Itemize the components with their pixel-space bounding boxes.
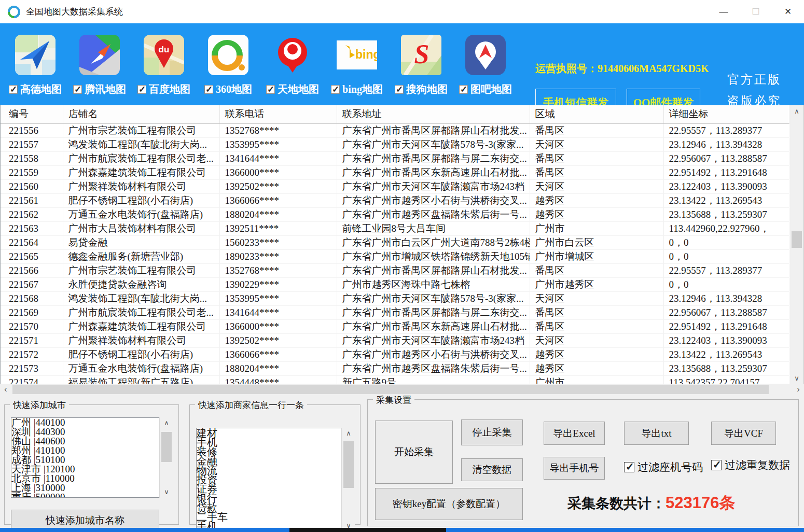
table-row[interactable]: 221559广州森嘉建筑装饰工程有限公司1366000****广东省广州市番禺区… (1, 165, 789, 179)
table-row[interactable]: 221573万通五金水电装饰行(盘福路店)1880204****广东省广州市越秀… (1, 361, 789, 375)
map-360-checkbox[interactable] (204, 85, 213, 94)
keyword-list-item[interactable]: 二手车 (197, 512, 354, 522)
table-row[interactable]: 221572肥仔不锈钢工程部(小石街店)1366066****广东省广州市越秀区… (1, 347, 789, 361)
vertical-scrollbar[interactable]: ∧ ∨ (790, 105, 803, 384)
table-cell: 广州市宗艺装饰工程有限公司 (63, 263, 219, 277)
table-cell: 0，0 (663, 249, 789, 263)
city-list-item[interactable]: 重庆 |500000 (11, 493, 172, 498)
scroll-down-icon[interactable]: ∨ (790, 372, 803, 384)
column-header[interactable]: 区域 (530, 105, 663, 123)
table-row[interactable]: 221562万通五金水电装饰行(盘福路店)1880204****广东省广州市越秀… (1, 207, 789, 221)
keyword-list-scrollbar[interactable]: ∧ ∨ (341, 428, 355, 531)
key-config-button[interactable]: 密钥key配置（参数配置） (375, 488, 523, 520)
column-header[interactable]: 详细坐标 (663, 105, 789, 123)
settings-panel: 采集设置 开始采集 停止采集 清空数据 密钥key配置（参数配置） 导出Exce… (367, 399, 799, 526)
table-cell: 22.951492，113.291648 (663, 319, 789, 333)
table-row[interactable]: 221574福易装饰工程部(新广五路店)1354448****新广五路9号广州市… (1, 375, 789, 384)
table-cell: 221560 (1, 179, 63, 193)
city-scroll-up-icon[interactable]: ∧ (160, 417, 173, 429)
sogou-map-icon: S (401, 35, 441, 75)
table-cell: 23.122403，113.390093 (663, 333, 789, 347)
column-header[interactable]: 店铺名 (63, 105, 219, 123)
column-header[interactable]: 编号 (1, 105, 63, 123)
table-row[interactable]: 221571广州聚祥装饰材料有限公司1392502****广东省广州市天河区车陂… (1, 333, 789, 347)
table-row[interactable]: 221569广州市航宸装饰工程有限公司老...1341644****广东省广州市… (1, 305, 789, 319)
table-cell: 永胜便捷贷款金融咨询 (63, 277, 219, 291)
table-cell: 23.135688，113.259307 (663, 361, 789, 375)
table-row[interactable]: 221558广州市航宸装饰工程有限公司老...1341644****广东省广州市… (1, 151, 789, 165)
filter-landline-checkbox[interactable] (624, 462, 634, 472)
maximize-button[interactable]: ☐ (740, 0, 772, 23)
table-row[interactable]: 221570广州森嘉建筑装饰工程有限公司1366000****广东省广州市番禺区… (1, 319, 789, 333)
keyword-list-item[interactable]: 物流 (197, 466, 354, 475)
tencent-map-checkbox[interactable] (73, 85, 82, 94)
table-row[interactable]: 221565德鑫金融服务(新塘营业部)1890233****广东省广州市增城区铁… (1, 249, 789, 263)
sogou-map-checkbox[interactable] (395, 85, 404, 94)
table-cell: 广东省广州市番禺区屏都路屏山石材批发... (337, 263, 530, 277)
keyword-list-item[interactable]: 银行 (197, 494, 354, 503)
table-cell: 广州森嘉建筑装饰工程有限公司 (63, 165, 219, 179)
tianditu-checkbox[interactable] (266, 85, 275, 94)
table-cell: 越秀区 (530, 347, 663, 361)
table-cell: 番禺区 (530, 263, 663, 277)
table-cell: 113.442960,22.927960， (663, 221, 789, 235)
table-cell: 221558 (1, 151, 63, 165)
keyword-list-item[interactable]: 证券 (197, 484, 354, 494)
table-cell: 221557 (1, 137, 63, 151)
scroll-right-icon[interactable]: › (793, 384, 804, 395)
table-row[interactable]: 221556广州市宗艺装饰工程有限公司1352768****广东省广州市番禺区屏… (1, 123, 789, 137)
baidu-map-checkbox[interactable] (137, 85, 146, 94)
keyword-list-item[interactable]: 建材 (197, 428, 354, 438)
column-header[interactable]: 联系电话 (219, 105, 337, 123)
table-cell: 221565 (1, 249, 63, 263)
keyword-panel: 快速添加商家信息一行一条 建材手机装修金融物流投资证券银行贷款二手车手机 ∧ ∨ (189, 404, 361, 525)
keyword-list-item[interactable]: 金融 (197, 456, 354, 466)
keyword-list-item[interactable]: 投资 (197, 475, 354, 484)
keyword-list-item[interactable]: 装修 (197, 447, 354, 456)
filter-duplicate-option[interactable]: 过滤重复数据 (711, 458, 790, 472)
city-panel-title: 快速添加城市 (10, 399, 69, 411)
column-header[interactable]: 联系地址 (337, 105, 530, 123)
filter-duplicate-checkbox[interactable] (711, 460, 722, 470)
scroll-left-icon[interactable]: ‹ (0, 384, 11, 395)
city-list-scrollbar[interactable]: ∧ ∨ (159, 417, 173, 498)
bing-map-checkbox[interactable] (331, 85, 340, 94)
keyword-scroll-thumb[interactable] (343, 441, 354, 488)
tuba-map-label: 图吧地图 (470, 82, 512, 96)
table-cell: 广东省广州市番禺区东新高速屏山石材批... (337, 319, 530, 333)
scroll-up-icon[interactable]: ∧ (790, 105, 803, 117)
start-collect-button[interactable]: 开始采集 (375, 421, 453, 484)
table-cell: 广州聚祥装饰材料有限公司 (63, 179, 219, 193)
keyword-list-item[interactable]: 手机 (197, 438, 354, 447)
tianditu-label: 天地地图 (278, 82, 319, 96)
close-button[interactable]: ✕ (772, 0, 804, 23)
table-cell: 广东省广州市番禺区屏都路屏山石材批发... (337, 123, 530, 137)
map-source-header: 高德地图 腾讯地图 (0, 23, 804, 105)
export-txt-button[interactable]: 导出txt (624, 422, 689, 445)
table-row[interactable]: 221561肥仔不锈钢工程部(小石街店)1366066****广东省广州市越秀区… (1, 193, 789, 207)
clear-data-button[interactable]: 清空数据 (461, 458, 523, 481)
table-row[interactable]: 221567永胜便捷贷款金融咨询1390229****广州市越秀区海珠中路七株榕… (1, 277, 789, 291)
table-row[interactable]: 221566广州市宗艺装饰工程有限公司1352768****广东省广州市番禺区屏… (1, 263, 789, 277)
minimize-button[interactable]: — (708, 0, 740, 23)
tianditu-icon (272, 35, 313, 75)
table-row[interactable]: 221568鸿发装饰工程部(车陂北街大岗...1353995****广东省广州市… (1, 291, 789, 305)
export-phone-button[interactable]: 导出手机号 (544, 457, 605, 480)
amap-label: 高德地图 (20, 82, 62, 96)
tuba-map-checkbox[interactable] (459, 85, 468, 94)
amap-checkbox[interactable] (9, 85, 18, 94)
filter-landline-option[interactable]: 过滤座机号码 (624, 460, 703, 474)
city-scroll-thumb[interactable] (161, 432, 172, 462)
export-excel-button[interactable]: 导出Excel (544, 422, 605, 445)
export-vcf-button[interactable]: 导出VCF (711, 422, 776, 445)
table-row[interactable]: 221557鸿发装饰工程部(车陂北街大岗...1353995****广东省广州市… (1, 137, 789, 151)
city-scroll-down-icon[interactable]: ∨ (160, 486, 173, 498)
horizontal-scroll-thumb[interactable] (12, 385, 769, 394)
keyword-scroll-up-icon[interactable]: ∧ (342, 428, 355, 439)
stop-collect-button[interactable]: 停止采集 (461, 419, 523, 445)
vertical-scroll-thumb[interactable] (792, 231, 802, 248)
horizontal-scrollbar[interactable]: ‹ › (0, 384, 804, 395)
table-row[interactable]: 221563广州市大吕装饰材料有限公司1392511****前锋工业园8号大吕车… (1, 221, 789, 235)
table-row[interactable]: 221564易贷金融1560233****广东省广州市白云区广州大道南788号2… (1, 235, 789, 249)
table-row[interactable]: 221560广州聚祥装饰材料有限公司1392502****广东省广州市天河区车陂… (1, 179, 789, 193)
